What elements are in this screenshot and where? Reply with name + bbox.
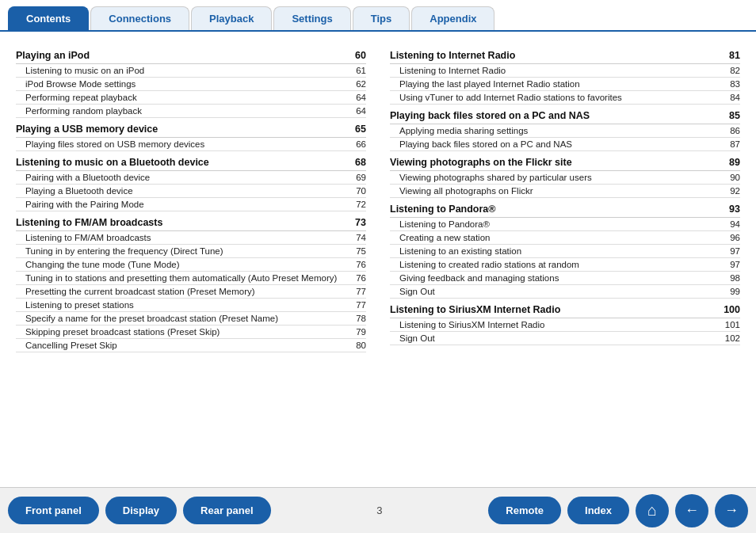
toc-entry[interactable]: Playing a Bluetooth device70 [16,185,366,198]
toc-entry[interactable]: Performing random playback64 [16,105,366,118]
entry-text: Listening to SiriusXM Internet Radio [399,320,716,329]
entry-text: Listening to Internet Radio [399,66,716,75]
entry-text: Sign Out [399,333,716,343]
entry-text: Performing repeat playback [25,93,342,102]
section-page-num: 65 [342,124,366,135]
tab-playback[interactable]: Playback [191,6,272,30]
remote-button[interactable]: Remote [488,497,561,524]
toc-entry[interactable]: Listening to created radio stations at r… [390,258,740,272]
entry-text: Listening to Pandora® [399,219,716,229]
section-title-text: Playing a USB memory device [16,124,158,135]
entry-page-num: 74 [342,233,366,242]
entry-text: iPod Browse Mode settings [25,79,342,89]
toc-entry[interactable]: Sign Out102 [390,332,740,345]
entry-page-num: 66 [342,139,366,149]
toc-entry[interactable]: Specify a name for the preset broadcast … [16,312,366,326]
entry-text: Listening to FM/AM broadcasts [25,233,342,242]
entry-page-num: 86 [716,126,740,135]
home-button[interactable]: ⌂ [636,494,669,527]
bottom-nav-left: Front panel Display Rear panel [8,497,271,524]
bottom-nav: Front panel Display Rear panel 3 Remote … [0,487,756,533]
toc-entry[interactable]: Changing the tune mode (Tune Mode)76 [16,258,366,272]
entry-page-num: 101 [716,320,740,329]
back-button[interactable]: ← [675,494,708,527]
entry-text: Using vTuner to add Internet Radio stati… [399,93,716,102]
entry-page-num: 72 [342,200,366,209]
entry-text: Tuning in to stations and presetting the… [25,273,342,283]
entry-page-num: 83 [716,79,740,89]
section-title-text: Playing back files stored on a PC and NA… [390,110,590,121]
forward-button[interactable]: → [715,494,748,527]
entry-text: Changing the tune mode (Tune Mode) [25,260,342,269]
toc-entry[interactable]: Presetting the current broadcast station… [16,285,366,299]
toc-entry[interactable]: Playing files stored on USB memory devic… [16,138,366,151]
toc-entry[interactable]: iPod Browse Mode settings62 [16,78,366,91]
toc-entry[interactable]: Listening to Pandora®94 [390,218,740,231]
entry-text: Viewing all photographs on Flickr [399,186,716,196]
toc-entry[interactable]: Listening to Internet Radio82 [390,64,740,78]
toc-entry[interactable]: Listening to an existing station97 [390,245,740,258]
index-button[interactable]: Index [567,497,629,524]
entry-page-num: 84 [716,93,740,102]
section-title: Listening to music on a Bluetooth device… [16,154,366,171]
toc-entry[interactable]: Performing repeat playback64 [16,91,366,105]
entry-page-num: 78 [342,314,366,323]
entry-text: Playing back files stored on a PC and NA… [399,139,716,149]
toc-entry[interactable]: Cancelling Preset Skip80 [16,339,366,352]
rear-panel-button[interactable]: Rear panel [183,497,270,524]
entry-page-num: 80 [342,341,366,350]
tab-settings[interactable]: Settings [273,6,350,30]
entry-page-num: 64 [342,93,366,102]
section-page-num: 73 [342,217,366,228]
toc-entry[interactable]: Using vTuner to add Internet Radio stati… [390,91,740,105]
toc-entry[interactable]: Giving feedback and managing stations98 [390,272,740,285]
entry-page-num: 77 [342,300,366,310]
right-column: Listening to Internet Radio81Listening t… [390,44,740,352]
toc-entry[interactable]: Listening to SiriusXM Internet Radio101 [390,318,740,332]
section-page-num: 89 [716,157,740,168]
toc-entry[interactable]: Pairing with a Bluetooth device69 [16,171,366,185]
toc-entry[interactable]: Viewing photographs shared by particular… [390,171,740,185]
toc-entry[interactable]: Creating a new station96 [390,231,740,245]
tab-connections[interactable]: Connections [90,6,189,30]
toc-entry[interactable]: Viewing all photographs on Flickr92 [390,185,740,198]
left-column: Playing an iPod60Listening to music on a… [16,44,366,352]
front-panel-button[interactable]: Front panel [8,497,99,524]
entry-text: Viewing photographs shared by particular… [399,173,716,182]
section-title-text: Listening to Internet Radio [390,50,515,61]
tab-appendix[interactable]: Appendix [411,6,494,30]
tab-contents[interactable]: Contents [8,6,89,30]
toc-entry[interactable]: Playing back files stored on a PC and NA… [390,138,740,151]
toc-entry[interactable]: Playing the last played Internet Radio s… [390,78,740,91]
tab-tips[interactable]: Tips [353,6,410,30]
entry-text: Pairing with a Bluetooth device [25,173,342,182]
toc-entry[interactable]: Sign Out99 [390,285,740,299]
entry-page-num: 98 [716,273,740,283]
section-title: Playing an iPod60 [16,48,366,64]
toc-entry[interactable]: Tuning in to stations and presetting the… [16,272,366,285]
entry-text: Pairing with the Pairing Mode [25,200,342,209]
section-title: Listening to FM/AM broadcasts73 [16,215,366,231]
entry-page-num: 94 [716,219,740,229]
entry-page-num: 90 [716,173,740,182]
entry-text: Performing random playback [25,106,342,116]
toc-entry[interactable]: Skipping preset broadcast stations (Pres… [16,326,366,339]
toc-entry[interactable]: Applying media sharing settings86 [390,124,740,138]
entry-text: Playing files stored on USB memory devic… [25,139,342,149]
toc-entry[interactable]: Listening to music on an iPod61 [16,64,366,78]
toc-entry[interactable]: Pairing with the Pairing Mode72 [16,198,366,211]
entry-page-num: 102 [716,333,740,343]
entry-page-num: 76 [342,273,366,283]
toc-entry[interactable]: Listening to FM/AM broadcasts74 [16,231,366,245]
display-button[interactable]: Display [105,497,177,524]
toc-entry[interactable]: Tuning in by entering the frequency (Dir… [16,245,366,258]
bottom-nav-right: Remote Index ⌂ ← → [488,494,748,527]
page-wrapper: Contents Connections Playback Settings T… [0,0,756,533]
section-page-num: 85 [716,110,740,121]
section-title-text: Listening to SiriusXM Internet Radio [390,304,560,315]
toc-entry[interactable]: Listening to preset stations77 [16,299,366,312]
entry-page-num: 97 [716,260,740,269]
entry-text: Playing the last played Internet Radio s… [399,79,716,89]
section-title: Listening to Internet Radio81 [390,48,740,64]
section-title-text: Listening to music on a Bluetooth device [16,157,209,168]
